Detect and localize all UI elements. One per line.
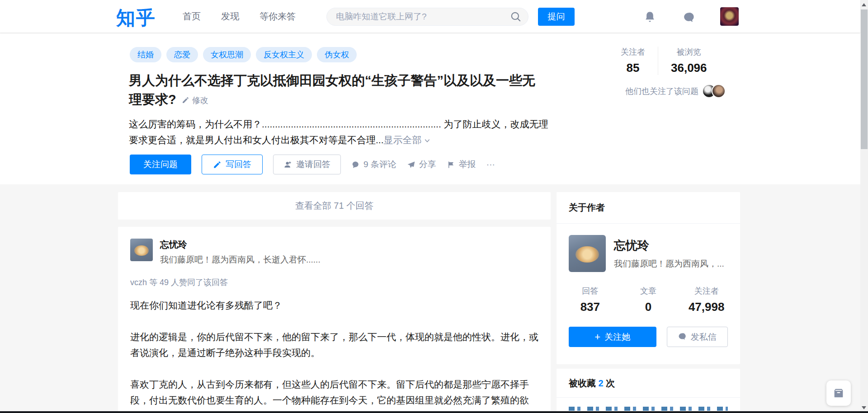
sidebar-author-bio: 我们藤原吧！愿为西南风，... xyxy=(614,258,729,270)
more-actions-button[interactable]: ··· xyxy=(486,155,495,174)
scrollbar-up-arrow[interactable] xyxy=(862,3,866,6)
answer-body: 现在你们知道进化论有多残酷了吧？ 进化的逻辑是，你的后代留不下来，他的留下来了，… xyxy=(130,297,538,413)
pencil-icon xyxy=(213,160,222,169)
edit-question-link[interactable]: 修改 xyxy=(182,91,208,110)
question-header: 结婚 恋爱 女权思潮 反女权主义 伪女权 男人为什么不选择丁克以抵御田园女权的“… xyxy=(0,33,860,184)
chat-bubble-icon xyxy=(678,333,687,341)
scrollbar[interactable] xyxy=(860,0,868,413)
followers-stat[interactable]: 关注者 85 xyxy=(608,47,658,75)
question-actions: 关注问题 写回答 邀请回答 9 条评论 分享 举报 ··· xyxy=(130,155,495,174)
collapse-sidebar-floating-button[interactable] xyxy=(826,380,851,406)
pencil-icon xyxy=(182,96,189,104)
scrollbar-thumb[interactable] xyxy=(861,9,868,149)
about-author-card: 关于作者 忘忧玲 我们藤原吧！愿为西南风，... 回答 837 文章 0 关注者… xyxy=(557,192,740,364)
favorited-card: 被收藏 2 次 xyxy=(557,369,740,413)
follow-question-button[interactable]: 关注问题 xyxy=(130,155,191,174)
followers-count-stat[interactable]: 关注者 47,998 xyxy=(677,286,736,314)
nav-item-waiting-for-answer[interactable]: 等你来答 xyxy=(259,10,296,23)
search-box[interactable] xyxy=(326,8,528,26)
notifications-bell-icon[interactable] xyxy=(644,11,656,23)
search-icon[interactable] xyxy=(510,11,522,23)
answer-author-bio: 我们藤原吧！愿为西南风，长逝入君怀...... xyxy=(160,254,321,266)
sidebar-author-stats: 回答 837 文章 0 关注者 47,998 xyxy=(557,272,740,314)
favorited-count: 2 xyxy=(599,378,604,388)
answer-author-row: 忘忧玲 我们藤原吧！愿为西南风，长逝入君怀...... xyxy=(130,239,538,266)
answer-paragraph: 喜欢丁克的人，从古到今历来都有，但这些人的后代留不下来。留下后代的都是那些宁愿不… xyxy=(130,376,538,413)
question-stats: 关注者 85 被浏览 36,096 xyxy=(608,47,720,75)
window-bottom-edge xyxy=(0,411,868,413)
answer-card: 忘忧玲 我们藤原吧！愿为西南风，长逝入君怀...... vczh 等 49 人赞… xyxy=(118,227,551,413)
sidebar-author-row: 忘忧玲 我们藤原吧！愿为西南风，... xyxy=(557,224,740,272)
question-title: 男人为什么不选择丁克以抵御田园女权的“生孩子警告”以及以及一些无理要求?修改 xyxy=(129,71,547,110)
plus-icon: + xyxy=(594,332,600,342)
views-stat: 被浏览 36,096 xyxy=(658,47,720,75)
zhihu-question-page: 知乎 首页 发现 等你来答 提问 结婚 恋爱 女权思潮 反女权主义 伪女权 xyxy=(0,0,868,413)
invite-person-icon xyxy=(283,160,292,169)
messages-chat-icon[interactable] xyxy=(683,12,695,24)
answers-count-stat[interactable]: 回答 837 xyxy=(561,286,619,314)
show-all-link[interactable]: 显示全部 xyxy=(384,135,431,145)
flag-icon xyxy=(447,160,455,169)
follow-author-button[interactable]: + 关注她 xyxy=(569,327,656,347)
about-author-title: 关于作者 xyxy=(557,192,740,224)
current-user-avatar[interactable] xyxy=(720,7,739,26)
answer-paragraph: 现在你们知道进化论有多残酷了吧？ xyxy=(130,297,538,313)
question-detail: 这么厉害的筹码，为什么不用？..........................… xyxy=(129,116,548,148)
tag-feminism-thought[interactable]: 女权思潮 xyxy=(203,47,251,62)
share-button[interactable]: 分享 xyxy=(407,155,436,174)
also-followed-row: 他们也关注了该问题 xyxy=(625,84,726,98)
favorited-title: 被收藏 2 次 xyxy=(557,369,740,398)
send-message-button[interactable]: 发私信 xyxy=(667,327,728,347)
top-nav: 知乎 首页 发现 等你来答 提问 xyxy=(0,0,860,33)
write-answer-button[interactable]: 写回答 xyxy=(202,155,263,174)
tag-antifeminism[interactable]: 反女权主义 xyxy=(256,47,312,62)
articles-count-stat[interactable]: 文章 0 xyxy=(619,286,678,314)
invite-answer-button[interactable]: 邀请回答 xyxy=(273,155,341,174)
follower-avatar[interactable] xyxy=(712,84,726,98)
collections-list-cutoff xyxy=(569,407,728,411)
comment-bubble-icon xyxy=(351,160,360,169)
nav-links: 首页 发现 等你来答 xyxy=(183,0,296,33)
share-plane-icon xyxy=(407,160,415,169)
answer-author-name[interactable]: 忘忧玲 xyxy=(160,239,321,251)
sidebar-author-avatar[interactable] xyxy=(569,235,606,272)
report-button[interactable]: 举报 xyxy=(447,155,476,174)
chevron-down-icon xyxy=(424,137,430,144)
ask-question-button[interactable]: 提问 xyxy=(538,8,575,26)
scrollbar-down-arrow[interactable] xyxy=(862,406,866,409)
upvote-line[interactable]: vczh 等 49 人赞同了该回答 xyxy=(130,277,538,288)
search-input[interactable] xyxy=(327,12,510,22)
sidebar-author-buttons: + 关注她 发私信 xyxy=(557,314,740,347)
tag-love[interactable]: 恋爱 xyxy=(166,47,198,62)
comments-button[interactable]: 9 条评论 xyxy=(351,155,396,174)
answer-author-avatar[interactable] xyxy=(130,239,153,261)
question-tags: 结婚 恋爱 女权思潮 反女权主义 伪女权 xyxy=(130,47,357,62)
view-all-answers-button[interactable]: 查看全部 71 个回答 xyxy=(118,192,551,220)
nav-item-home[interactable]: 首页 xyxy=(183,10,201,23)
sidebar-author-name[interactable]: 忘忧玲 xyxy=(614,238,729,253)
archive-box-icon xyxy=(832,387,845,399)
nav-item-discover[interactable]: 发现 xyxy=(221,10,239,23)
zhihu-logo[interactable]: 知乎 xyxy=(116,5,156,31)
tag-pseudo-feminism[interactable]: 伪女权 xyxy=(317,47,357,62)
answer-paragraph: 进化的逻辑是，你的后代留不下来，他的留下来了，那么下一代，体现的就是他的性状。进… xyxy=(130,329,538,361)
tag-marriage[interactable]: 结婚 xyxy=(130,47,161,62)
